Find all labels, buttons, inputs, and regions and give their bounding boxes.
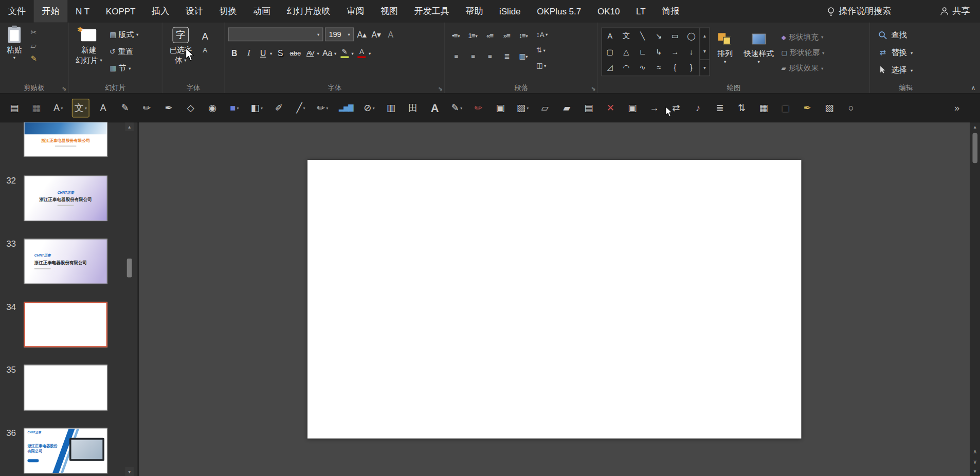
slide-thumbnail-33[interactable]: CHNT正泰 浙江正泰电器股份有限公司 [24, 239, 107, 284]
audio-icon[interactable]: ♪ [690, 98, 706, 117]
fill-color-icon[interactable]: ■ [226, 98, 243, 117]
shapes-icon[interactable]: ◇ [183, 98, 199, 117]
grow-font-button[interactable]: A▴ [356, 28, 368, 41]
canvas-scroll-thumb[interactable] [972, 133, 977, 163]
font-style-icon[interactable]: A [95, 98, 112, 117]
menu-tab-开发工具[interactable]: 开发工具 [406, 0, 458, 23]
slide-thumbnail-32[interactable]: CHNT正泰 浙江正泰电器股份有限公司 [24, 175, 107, 221]
panel-scroll-track[interactable] [125, 131, 134, 467]
shape-edit-icon[interactable]: ✎ [448, 98, 465, 117]
underline-button[interactable]: U [257, 47, 269, 59]
menu-tab-OKPlus 5.7[interactable]: OKPlus 5.7 [529, 0, 589, 23]
columns-icon[interactable]: ▥ [516, 49, 531, 63]
strikethrough-button[interactable]: abc [288, 47, 302, 59]
picture-style-icon[interactable]: ▨ [514, 98, 531, 117]
italic-button[interactable]: I [243, 47, 255, 59]
up-down-arrows-icon[interactable]: ⇅ [734, 98, 750, 117]
shape-effects-button[interactable]: ▰ 形状效果 [781, 61, 824, 75]
justify-icon[interactable]: ≣ [499, 49, 514, 63]
collapse-ribbon-button[interactable]: ∧ [971, 84, 976, 91]
decrease-indent-icon[interactable]: «≡ [482, 29, 497, 43]
line-spacing-icon[interactable]: ↕≡ [516, 29, 531, 43]
slides-panel-scrollbar[interactable]: ▲ ▼ [125, 122, 134, 476]
align-left-icon[interactable]: ≡ [448, 49, 464, 63]
shape-right-arrow-icon[interactable]: → [667, 44, 683, 59]
selected-font-button[interactable]: 字 已选字 体 [166, 24, 195, 82]
select-button[interactable]: 选择 [878, 63, 913, 78]
smartart-convert-icon[interactable]: ◫ [536, 59, 548, 72]
equalizer-icon[interactable]: ≣ [712, 98, 728, 117]
menu-tab-插入[interactable]: 插入 [143, 0, 177, 23]
bar-chart-icon[interactable]: ▂▅▇ [336, 98, 355, 117]
clipboard-dialog-launcher[interactable] [62, 85, 66, 91]
quill-icon[interactable]: ✒ [799, 98, 815, 117]
brush-tool-icon[interactable]: ✏ [139, 98, 155, 117]
more-tools-icon[interactable]: » [949, 98, 965, 117]
menu-tab-OK10[interactable]: OK10 [589, 0, 628, 23]
layout-grid-icon[interactable]: ▦ [28, 98, 45, 117]
table-grid-icon[interactable]: 田 [405, 98, 421, 117]
font-dialog-launcher[interactable] [438, 85, 442, 91]
menu-tab-LT[interactable]: LT [628, 0, 654, 23]
filled-square-icon[interactable]: ▣ [492, 98, 509, 117]
quick-styles-button[interactable]: 快速样式 [740, 24, 777, 82]
new-slide-button[interactable]: 新建 幻灯片 [72, 24, 106, 82]
align-text-icon[interactable]: ⇅ [536, 43, 548, 57]
shape-horizontal-text-box-icon[interactable]: A [602, 28, 619, 44]
canvas-scroll-up-icon[interactable]: ▲ [970, 122, 980, 132]
eyedropper-icon[interactable]: ✐ [271, 98, 287, 117]
menu-tab-动画[interactable]: 动画 [245, 0, 279, 23]
font-size-combobox[interactable]: 199 [325, 27, 354, 41]
vertical-text-box-icon[interactable]: 文 [72, 98, 89, 117]
text-highlight-button[interactable]: ✎ [338, 47, 351, 59]
menu-tab-切换[interactable]: 切换 [211, 0, 245, 23]
menu-tab-审阅[interactable]: 审阅 [339, 0, 373, 23]
shape-down-arrow-icon[interactable]: ↓ [683, 44, 700, 59]
red-brush-icon[interactable]: ✏ [470, 98, 487, 117]
canvas-scrollbar[interactable]: ▲ ∧ ∨ ▼ [970, 122, 980, 476]
character-spacing-button[interactable]: AV [304, 47, 316, 59]
slide-thumbnail-35[interactable] [24, 365, 107, 411]
paint-bucket-icon[interactable]: ◧ [248, 98, 265, 117]
shape-scribble-icon[interactable]: ≈ [650, 59, 667, 75]
font-name-combobox[interactable] [228, 27, 323, 41]
slide-thumbnail-31[interactable]: 浙江正泰电器股份有限公司 [24, 122, 107, 157]
shape-triangle-icon[interactable]: △ [618, 44, 634, 59]
duplicate-slide-icon[interactable]: ▣ [624, 98, 641, 117]
cut-icon[interactable]: ✂ [31, 28, 37, 37]
shape-freeform-icon[interactable]: ◿ [602, 59, 619, 75]
replace-button[interactable]: ⇄ 替换 [878, 45, 913, 60]
decrease-font-button[interactable]: A [203, 46, 207, 54]
menu-tab-幻灯片放映[interactable]: 幻灯片放映 [279, 0, 339, 23]
align-center-icon[interactable]: ≡ [465, 49, 480, 63]
share-button[interactable]: 共享 [940, 6, 970, 17]
shape-arrow-line-icon[interactable]: ↘ [650, 28, 667, 44]
brush-style-icon[interactable]: ✏ [315, 98, 331, 117]
media-frame-icon[interactable]: ▥ [383, 98, 400, 117]
numbering-icon[interactable]: 1≡ [465, 29, 480, 43]
text-outline-icon[interactable]: ▤ [580, 98, 597, 117]
text-shadow-button[interactable]: S [274, 47, 286, 59]
align-right-icon[interactable]: ≡ [482, 49, 497, 63]
paragraph-dialog-launcher[interactable] [591, 85, 595, 91]
panel-scroll-thumb[interactable] [127, 259, 132, 277]
shrink-font-button[interactable]: A▾ [370, 28, 383, 41]
panel-scroll-up-icon[interactable]: ▲ [125, 122, 134, 131]
change-case-button[interactable]: Aa [321, 47, 334, 59]
bold-button[interactable]: B [228, 47, 241, 59]
reset-button[interactable]: ↺ 重置 [110, 44, 138, 59]
delete-icon[interactable]: ✕ [603, 98, 619, 117]
find-button[interactable]: 查找 [878, 27, 913, 42]
ellipse-tool-icon[interactable]: ◉ [205, 98, 221, 117]
swap-arrows-icon[interactable]: ⇄ [668, 98, 684, 117]
clipboard-icon[interactable]: ▤ [6, 98, 23, 117]
shape-vertical-text-box-icon[interactable]: 文 [618, 28, 634, 44]
section-button[interactable]: ▥ 节 [110, 61, 138, 76]
tell-me-search[interactable]: 操作说明搜索 [827, 6, 891, 17]
no-fill-icon[interactable]: ⊘ [361, 98, 377, 117]
next-slide-button[interactable]: ∨ [970, 456, 980, 466]
send-backward-icon[interactable]: ▱ [537, 98, 553, 117]
shape-rectangle-icon[interactable]: ▭ [667, 28, 683, 44]
crop-icon[interactable]: ▦ [755, 98, 772, 117]
bullets-icon[interactable]: •≡ [448, 29, 464, 43]
